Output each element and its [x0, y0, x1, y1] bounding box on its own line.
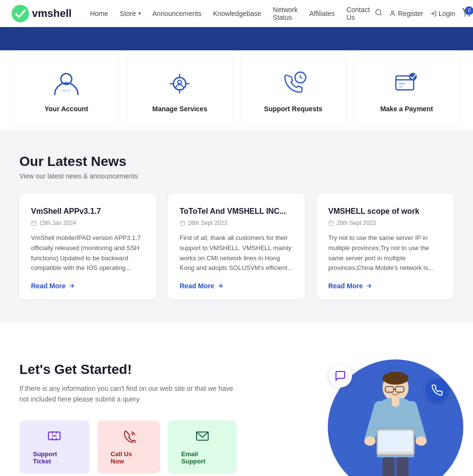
nav-store[interactable]: Store ▾	[115, 7, 145, 20]
service-card-support-requests[interactable]: Support Requests	[241, 54, 346, 127]
nav-contact-us[interactable]: Contact Us	[342, 3, 375, 24]
service-card-make-payment[interactable]: Make a Payment	[354, 54, 459, 127]
make-payment-icon	[391, 68, 422, 99]
cta-left: Let's Get Started! If there is any infor…	[19, 362, 237, 474]
svg-point-36	[382, 372, 409, 385]
email-support-label: Email Support	[182, 450, 223, 465]
person-svg	[352, 364, 439, 476]
svg-point-41	[415, 436, 427, 446]
cta-right	[237, 350, 454, 476]
cta-description: If there is any information you can't fi…	[19, 383, 237, 405]
news-title-2: VMSHELL scope of work	[328, 207, 442, 216]
support-ticket-button[interactable]: Support Ticket	[19, 420, 90, 474]
ticket-svg	[47, 429, 61, 443]
manage-services-icon	[164, 68, 195, 99]
search-icon	[375, 9, 382, 16]
arrow-right-icon-1	[217, 283, 224, 289]
service-card-manage-services[interactable]: Manage Services	[127, 54, 232, 127]
login-icon	[430, 10, 437, 17]
calendar-icon-1	[180, 220, 185, 226]
read-more-1[interactable]: Read More	[180, 282, 293, 290]
read-more-2[interactable]: Read More	[328, 282, 442, 290]
svg-point-3	[392, 11, 394, 13]
support-requests-icon	[278, 68, 309, 99]
svg-rect-45	[397, 457, 409, 476]
login-button[interactable]: Login	[430, 10, 455, 17]
news-card-1: ToToTel And VMSHELL INC... 26th Sept 202…	[168, 193, 305, 299]
email-support-icon	[196, 429, 209, 446]
svg-rect-15	[399, 83, 405, 84]
news-card-0: VmShell APPv3.1.7 15th Jan 2024 VmShell …	[19, 193, 156, 299]
store-chevron: ▾	[138, 11, 141, 16]
news-title-0: VmShell APPv3.1.7	[31, 207, 145, 216]
support-requests-label: Support Requests	[264, 105, 322, 113]
read-more-0[interactable]: Read More	[31, 282, 145, 290]
arrow-right-icon-2	[366, 283, 372, 289]
arrow-right-icon-0	[68, 283, 75, 289]
nav-announcements[interactable]: Announcements	[148, 7, 206, 20]
floating-phone-icon	[426, 379, 449, 402]
cta-heading: Let's Get Started!	[19, 362, 237, 377]
your-account-icon	[51, 68, 82, 99]
email-support-button[interactable]: Email Support	[168, 420, 237, 474]
brand-logo-icon	[12, 5, 29, 22]
news-date-2: 26th Sept 2023	[328, 220, 442, 226]
navbar: vmshell Home Store ▾ Announcements Knowl…	[0, 0, 473, 27]
phone-svg	[122, 429, 136, 443]
svg-rect-27	[329, 221, 334, 225]
nav-knowledgebase[interactable]: Knowledgebase	[208, 7, 266, 20]
nav-right: Register Login 0	[375, 8, 471, 19]
nav-affiliates[interactable]: Affiliates	[305, 7, 340, 20]
svg-rect-8	[62, 90, 71, 91]
register-icon	[389, 10, 396, 17]
chat-svg	[335, 370, 346, 382]
svg-point-40	[365, 436, 376, 446]
search-button[interactable]	[375, 9, 382, 18]
service-card-your-account[interactable]: Your Account	[14, 54, 119, 127]
support-ticket-label: Support Ticket	[33, 450, 76, 465]
news-excerpt-2: Try not to use the same server IP in mul…	[328, 233, 442, 273]
service-cards: Your Account Manage Services Support Req…	[0, 50, 473, 131]
call-us-label: Call Us Now	[111, 450, 147, 465]
svg-rect-22	[181, 221, 185, 225]
manage-services-label: Manage Services	[153, 105, 208, 113]
svg-line-2	[380, 14, 381, 15]
news-grid: VmShell APPv3.1.7 15th Jan 2024 VmShell …	[19, 193, 454, 299]
brand-name: vmshell	[32, 7, 72, 20]
cart-button[interactable]: 0	[462, 8, 471, 19]
svg-point-6	[469, 15, 470, 16]
news-subtitle: View our latest news & announcements	[19, 172, 454, 180]
news-title-1: ToToTel And VMSHELL INC...	[180, 207, 293, 216]
news-section: Our Latest News View our latest news & a…	[0, 131, 473, 323]
person-illustration	[347, 359, 444, 476]
nav-home[interactable]: Home	[85, 7, 113, 20]
svg-rect-44	[382, 457, 395, 476]
cta-section: Let's Get Started! If there is any infor…	[0, 323, 473, 476]
svg-point-0	[12, 5, 29, 22]
login-label: Login	[439, 10, 455, 17]
floating-chat-icon	[329, 364, 352, 387]
svg-rect-43	[379, 431, 412, 452]
news-heading: Our Latest News	[19, 154, 454, 169]
email-svg	[196, 429, 209, 443]
nav-links: Home Store ▾ Announcements Knowledgebase…	[85, 3, 375, 24]
nav-network-status[interactable]: Network Status	[268, 3, 303, 24]
news-date-0: 15th Jan 2024	[31, 220, 145, 226]
call-us-icon	[122, 429, 136, 446]
brand-logo-link[interactable]: vmshell	[12, 5, 72, 22]
calendar-icon-2	[328, 220, 334, 226]
register-button[interactable]: Register	[389, 10, 423, 17]
cta-buttons: Support Ticket Call Us Now	[19, 420, 237, 474]
cart-count: 0	[465, 6, 473, 15]
news-date-1: 26th Sept 2023	[180, 220, 293, 226]
news-excerpt-1: First of all, thank all customers for th…	[180, 233, 293, 273]
svg-rect-17	[32, 221, 36, 225]
svg-point-5	[465, 15, 466, 16]
calendar-icon-0	[31, 220, 37, 226]
svg-point-1	[376, 10, 381, 15]
news-card-2: VMSHELL scope of work 26th Sept 2023 Try…	[317, 193, 454, 299]
news-excerpt-0: VmShell mobile/IPAD version APP3.1.7 off…	[31, 233, 145, 273]
your-account-label: Your Account	[45, 105, 88, 113]
call-us-button[interactable]: Call Us Now	[97, 420, 160, 474]
svg-rect-16	[399, 86, 403, 88]
